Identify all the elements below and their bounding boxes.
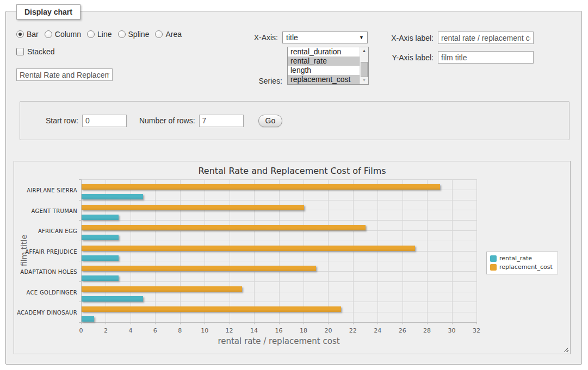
bar-replacement_cost[interactable] bbox=[82, 205, 304, 210]
bar-replacement_cost[interactable] bbox=[82, 184, 440, 190]
y-axis-tick bbox=[79, 302, 81, 302]
start-row-input[interactable] bbox=[82, 115, 127, 127]
x-axis-tick-label: 12 bbox=[220, 327, 239, 334]
x-axis-tick bbox=[106, 322, 106, 324]
series-multiselect[interactable]: rental_durationrental_ratelengthreplacem… bbox=[287, 47, 369, 85]
x-axis-tick-label: 26 bbox=[393, 327, 412, 334]
bar-rental_rate[interactable] bbox=[82, 275, 119, 281]
x-axis-tick bbox=[230, 322, 230, 324]
x-axis-tick-label: 18 bbox=[294, 327, 313, 334]
x-axis-tick-label: 14 bbox=[245, 327, 263, 334]
y-axis-tick bbox=[79, 179, 81, 180]
x-axis-tick bbox=[254, 322, 255, 324]
number-of-rows-input[interactable] bbox=[199, 115, 244, 127]
x-axis-tick-label: 4 bbox=[121, 327, 140, 334]
y-axis-label-row: Y-Axis label: bbox=[387, 51, 534, 64]
legend-item-replacement_cost[interactable]: replacement_cost bbox=[490, 264, 553, 271]
scroll-up-arrow-icon[interactable]: ▲ bbox=[360, 47, 368, 55]
bar-rental_rate[interactable] bbox=[82, 296, 143, 302]
bar-rental_rate[interactable] bbox=[82, 316, 94, 322]
chart-type-option-label: Line bbox=[97, 30, 112, 39]
scroll-down-arrow-icon[interactable]: ▼ bbox=[360, 77, 368, 84]
gridline bbox=[427, 179, 428, 322]
radio-icon[interactable] bbox=[155, 30, 163, 38]
x-axis-tick-label: 2 bbox=[96, 327, 115, 334]
x-axis-tick bbox=[180, 322, 181, 324]
series-option-rental_duration[interactable]: rental_duration bbox=[288, 47, 368, 57]
radio-icon[interactable] bbox=[87, 30, 95, 38]
category-label: ACADEMY DINOSAUR bbox=[17, 310, 77, 316]
series-select-label: Series: bbox=[241, 77, 282, 85]
x-axis-tick bbox=[353, 322, 354, 324]
resize-handle-icon[interactable] bbox=[564, 347, 568, 352]
y-axis-tick bbox=[79, 322, 81, 323]
category-label: AGENT TRUMAN bbox=[32, 208, 77, 214]
chart-type-options: BarColumnLineSplineArea bbox=[16, 30, 188, 39]
y-axis-label-label: Y-Axis label: bbox=[387, 53, 434, 62]
y-axis-tick bbox=[79, 281, 81, 282]
chart-x-axis-title: rental rate / replacement cost bbox=[81, 336, 476, 346]
stacked-option[interactable]: Stacked bbox=[16, 47, 55, 56]
panel-title: Display chart bbox=[16, 4, 81, 20]
x-axis-tick bbox=[304, 322, 304, 324]
radio-icon[interactable] bbox=[16, 30, 24, 38]
dropdown-arrow-icon[interactable]: ▼ bbox=[359, 35, 364, 40]
bar-replacement_cost[interactable] bbox=[82, 246, 415, 251]
gridline bbox=[452, 179, 453, 322]
bar-rental_rate[interactable] bbox=[82, 235, 119, 240]
chart-type-option-column[interactable]: Column bbox=[45, 30, 81, 39]
series-scrollbar[interactable]: ▲ ▼ bbox=[360, 47, 368, 84]
chart-type-option-line[interactable]: Line bbox=[87, 30, 112, 39]
bar-rental_rate[interactable] bbox=[82, 194, 143, 199]
number-of-rows-label: Number of rows: bbox=[139, 116, 195, 125]
y-axis-label-input[interactable] bbox=[438, 51, 534, 64]
bar-rental_rate[interactable] bbox=[82, 215, 119, 220]
category-label: ADAPTATION HOLES bbox=[20, 269, 77, 275]
chart-type-option-area[interactable]: Area bbox=[155, 30, 182, 39]
chart-type-option-bar[interactable]: Bar bbox=[16, 30, 39, 39]
x-axis-tick-label: 8 bbox=[171, 327, 189, 334]
chart-type-option-label: Spline bbox=[128, 30, 150, 39]
x-axis-label-input[interactable] bbox=[438, 32, 534, 44]
x-axis-tick-label: 20 bbox=[319, 327, 337, 334]
x-axis-tick-label: 10 bbox=[195, 327, 214, 334]
series-option-rental_rate[interactable]: rental_rate bbox=[288, 57, 368, 66]
bar-rental_rate[interactable] bbox=[82, 255, 119, 261]
radio-icon[interactable] bbox=[45, 30, 52, 38]
bar-replacement_cost[interactable] bbox=[82, 306, 341, 312]
x-axis-tick-label: 30 bbox=[443, 327, 461, 334]
x-axis-tick bbox=[403, 322, 403, 324]
radio-icon[interactable] bbox=[118, 30, 126, 38]
bar-replacement_cost[interactable] bbox=[82, 286, 242, 292]
legend-label: replacement_cost bbox=[499, 264, 553, 271]
chart-panel: Rental Rate and Replacement Cost of Film… bbox=[14, 161, 571, 354]
x-axis-tick-label: 24 bbox=[368, 327, 387, 334]
series-option-length[interactable]: length bbox=[288, 66, 368, 75]
gridline bbox=[476, 179, 477, 322]
chart-type-option-spline[interactable]: Spline bbox=[118, 30, 150, 39]
y-axis-tick bbox=[79, 241, 81, 241]
series-option-replacement_cost[interactable]: replacement_cost bbox=[288, 75, 368, 84]
category-label: ACE GOLDFINGER bbox=[27, 290, 77, 296]
series-options: rental_durationrental_ratelengthreplacem… bbox=[288, 47, 368, 84]
scrollbar-thumb[interactable] bbox=[361, 62, 368, 77]
legend-item-rental_rate[interactable]: rental_rate bbox=[490, 255, 553, 262]
bar-replacement_cost[interactable] bbox=[82, 225, 366, 230]
x-axis-tick bbox=[81, 322, 82, 324]
category-label: AFRICAN EGG bbox=[38, 228, 77, 234]
x-axis-tick bbox=[452, 322, 453, 324]
chart-legend: rental_ratereplacement_cost bbox=[486, 252, 558, 274]
x-axis-tick-label: 16 bbox=[270, 327, 288, 334]
x-axis-tick-label: 6 bbox=[146, 327, 164, 334]
x-axis-select[interactable]: title ▼ bbox=[282, 32, 368, 43]
x-axis-tick bbox=[205, 322, 205, 324]
bar-replacement_cost[interactable] bbox=[82, 266, 316, 271]
chart-title-input[interactable] bbox=[16, 68, 113, 81]
y-axis-tick bbox=[79, 220, 81, 221]
x-axis-tick bbox=[328, 322, 329, 324]
go-button[interactable]: Go bbox=[258, 115, 283, 127]
stacked-checkbox[interactable] bbox=[16, 48, 24, 55]
display-chart-fieldset: BarColumnLineSplineArea Stacked X-Axis: … bbox=[5, 11, 582, 365]
chart-title: Rental Rate and Replacement Cost of Film… bbox=[14, 166, 570, 176]
x-axis-tick bbox=[131, 322, 131, 324]
